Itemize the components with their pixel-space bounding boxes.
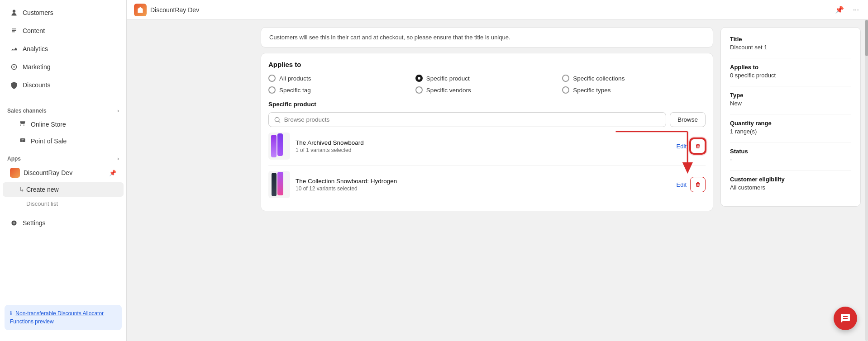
radio-specific-types[interactable]: Specific types	[562, 86, 706, 94]
product-actions-archived: Edit	[677, 138, 706, 154]
right-applies-to-label: Applies to	[730, 64, 851, 71]
notification-text[interactable]: Non-transferable Discounts Allocator Fun…	[10, 310, 104, 325]
product-variants-collection: 10 of 12 variants selected	[296, 185, 671, 192]
sidebar-item-marketing-label: Marketing	[23, 63, 50, 71]
more-button[interactable]: ···	[851, 4, 861, 16]
radio-circle-specific-types	[562, 86, 569, 94]
sidebar-item-discount-list[interactable]: Discount list	[3, 198, 124, 210]
search-row: Browse	[268, 112, 706, 127]
delete-button-collection[interactable]	[690, 177, 706, 192]
discountray-icon	[10, 168, 20, 178]
sidebar-item-discounts[interactable]: Discounts	[3, 76, 124, 94]
search-input-wrapper[interactable]	[268, 112, 666, 127]
right-title-label: Title	[730, 36, 851, 43]
pin-button[interactable]: 📌	[833, 4, 846, 16]
sales-channels-chevron: ›	[117, 108, 119, 114]
right-quantity-range-value: 1 range(s)	[730, 128, 851, 135]
chat-fab[interactable]	[834, 307, 857, 330]
right-customer-eligibility-value: All customers	[730, 184, 851, 191]
right-field-type: Type New	[730, 92, 851, 107]
radio-all-products[interactable]: All products	[268, 75, 412, 82]
apps-label: Apps	[7, 156, 21, 162]
sidebar-item-analytics[interactable]: Analytics	[3, 40, 124, 57]
sidebar-item-settings-label: Settings	[23, 219, 46, 227]
notification-banner: ℹ Non-transferable Discounts Allocator F…	[5, 305, 122, 330]
product-info-collection: The Collection Snowboard: Hydrogen 10 of…	[296, 178, 671, 192]
radio-label-all-products: All products	[279, 75, 311, 82]
radio-circle-specific-tag	[268, 86, 276, 94]
scrollbar-thumb[interactable]	[865, 20, 868, 56]
sidebar-item-settings[interactable]: Settings	[3, 214, 124, 232]
sales-channels-header[interactable]: Sales channels ›	[0, 103, 126, 116]
edit-link-archived[interactable]: Edit	[677, 143, 687, 150]
info-banner-text: Customers will see this in their cart an…	[269, 34, 510, 41]
online-store-icon	[19, 120, 26, 128]
product-variants-archived: 1 of 1 variants selected	[296, 147, 671, 153]
radio-group: All products Specific product Specific c…	[268, 75, 706, 94]
right-card: Title Discount set 1 Applies to 0 specif…	[720, 27, 861, 207]
radio-label-specific-product: Specific product	[426, 75, 470, 82]
chat-icon	[840, 313, 851, 324]
radio-circle-specific-vendors	[415, 86, 423, 94]
sidebar-item-point-of-sale-label: Point of Sale	[31, 137, 67, 145]
search-input[interactable]	[284, 116, 660, 123]
trash-icon	[695, 143, 701, 149]
radio-label-specific-types: Specific types	[573, 87, 610, 94]
radio-label-specific-vendors: Specific vendors	[426, 87, 471, 94]
delete-button-archived[interactable]	[690, 138, 706, 154]
main-content: Customers will see this in their cart an…	[253, 20, 868, 341]
info-banner: Customers will see this in their cart an…	[261, 27, 713, 47]
center-column: Customers will see this in their cart an…	[261, 27, 713, 334]
topbar-actions: 📌 ···	[833, 4, 861, 16]
apps-header[interactable]: Apps ›	[0, 151, 126, 164]
trash-icon-collection	[695, 181, 701, 188]
svg-point-0	[13, 66, 14, 67]
sidebar-item-discounts-label: Discounts	[23, 81, 50, 89]
notification-icon: ℹ	[10, 310, 12, 317]
apps-chevron: ›	[117, 156, 119, 162]
scrollbar[interactable]	[865, 20, 868, 341]
product-item-collection-snowboard: The Collection Snowboard: Hydrogen 10 of…	[268, 166, 706, 204]
right-field-quantity-range: Quantity range 1 range(s)	[730, 120, 851, 135]
radio-specific-collections[interactable]: Specific collections	[562, 75, 706, 82]
settings-icon	[10, 219, 18, 227]
radio-label-specific-collections: Specific collections	[573, 75, 625, 82]
products-list: The Archived Snowboard 1 of 1 variants s…	[268, 127, 706, 204]
sidebar-item-discountray-label: DiscountRay Dev	[24, 169, 105, 176]
content-icon	[10, 27, 18, 35]
right-type-label: Type	[730, 92, 851, 99]
right-field-applies-to: Applies to 0 specific product	[730, 64, 851, 79]
sidebar-item-marketing[interactable]: Marketing	[3, 58, 124, 76]
brand-logo	[134, 4, 147, 16]
radio-specific-product[interactable]: Specific product	[415, 75, 559, 82]
sidebar-item-discountray[interactable]: DiscountRay Dev 📌	[3, 164, 124, 181]
right-panel: Title Discount set 1 Applies to 0 specif…	[720, 27, 861, 334]
topbar: DiscountRay Dev 📌 ···	[127, 0, 868, 20]
sidebar-item-content[interactable]: Content	[3, 22, 124, 39]
applies-to-card: Applies to All products Specific product…	[261, 53, 713, 211]
right-title-value: Discount set 1	[730, 44, 851, 51]
discounts-icon	[10, 81, 18, 89]
right-quantity-range-label: Quantity range	[730, 120, 851, 127]
sidebar: Customers Content Analytics Marketing Di…	[0, 0, 127, 341]
sidebar-item-online-store[interactable]: Online Store	[3, 116, 124, 132]
sidebar-item-point-of-sale[interactable]: Point of Sale	[3, 133, 124, 149]
marketing-icon	[10, 63, 18, 71]
right-field-title: Title Discount set 1	[730, 36, 851, 51]
right-field-status: Status -	[730, 148, 851, 163]
radio-specific-vendors[interactable]: Specific vendors	[415, 86, 559, 94]
sidebar-item-content-label: Content	[23, 27, 45, 34]
product-thumb-collection	[268, 171, 290, 198]
topbar-app-name: DiscountRay Dev	[150, 6, 199, 14]
search-icon	[274, 117, 281, 123]
browse-button[interactable]: Browse	[670, 112, 706, 127]
edit-link-collection[interactable]: Edit	[677, 181, 687, 188]
applies-to-title: Applies to	[268, 61, 706, 68]
radio-specific-tag[interactable]: Specific tag	[268, 86, 412, 94]
sidebar-item-create-new[interactable]: ↳ Create new	[3, 182, 124, 197]
product-info-archived: The Archived Snowboard 1 of 1 variants s…	[296, 139, 671, 153]
right-applies-to-value: 0 specific product	[730, 72, 851, 79]
specific-product-section: Specific product Browse	[268, 101, 706, 204]
sidebar-item-customers[interactable]: Customers	[3, 4, 124, 21]
right-type-value: New	[730, 100, 851, 107]
